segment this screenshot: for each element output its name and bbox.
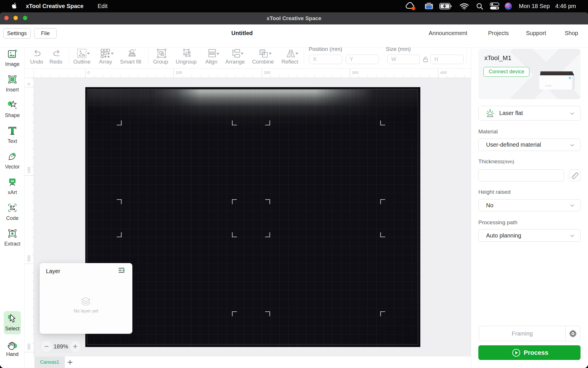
svg-text:400: 400 (440, 70, 447, 75)
svg-text:100: 100 (176, 70, 182, 75)
svg-text:0: 0 (88, 70, 90, 75)
svg-text:300: 300 (27, 344, 31, 350)
svg-text:300: 300 (352, 70, 359, 75)
svg-text:200: 200 (27, 255, 31, 262)
svg-text:200: 200 (264, 70, 270, 75)
svg-text:AI: AI (11, 179, 14, 183)
svg-text:xTOOL: xTOOL (545, 85, 552, 87)
svg-text:100: 100 (27, 167, 31, 174)
svg-text:0: 0 (27, 83, 31, 85)
